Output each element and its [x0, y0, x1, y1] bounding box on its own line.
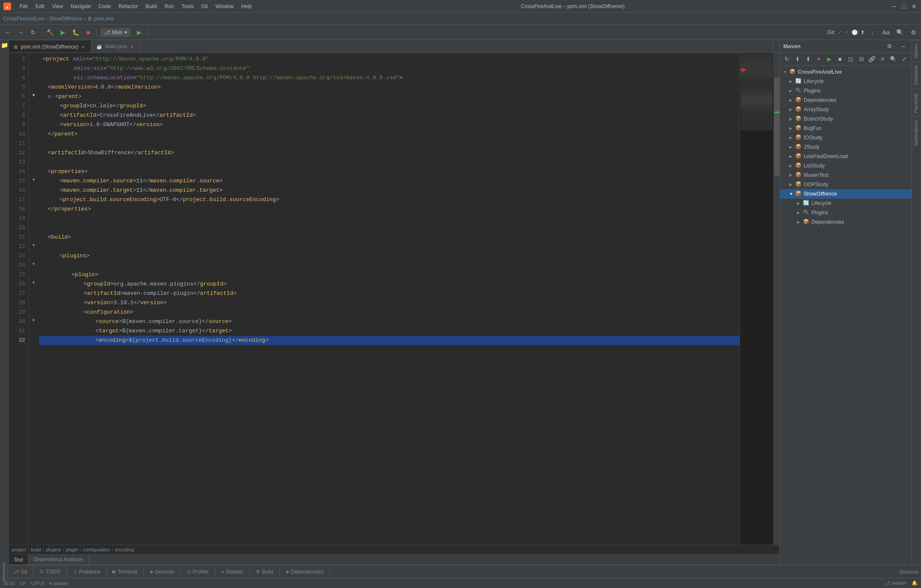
code-content[interactable]: <project xmlns="http://maven.apache.org/…: [39, 53, 739, 545]
tree-item-liststudy[interactable]: ▶ 📦 ListStudy: [780, 161, 912, 170]
editor-scrollbar[interactable]: [773, 53, 779, 545]
gutter-fold-6[interactable]: ▼: [31, 90, 37, 100]
tree-item-lifecycle-show[interactable]: ▶ 🔄 Lifecycle: [780, 199, 912, 208]
toolbar-search-btn[interactable]: 🔍: [894, 26, 906, 38]
bottom-tab-services[interactable]: ◈ Services: [144, 565, 181, 578]
right-tab-plantuml[interactable]: PlantUML: [912, 89, 921, 116]
toolbar-refresh-btn[interactable]: ↻: [27, 26, 39, 38]
maven-import-btn[interactable]: ⬇: [792, 54, 802, 64]
scrollbar-thumb[interactable]: [774, 78, 779, 176]
maven-run-btn[interactable]: ▶: [824, 54, 834, 64]
toolbar-update-btn[interactable]: ↓: [866, 26, 878, 38]
bottom-tab-profiler[interactable]: ◷ Profiler: [181, 565, 215, 578]
toolbar-run-btn[interactable]: ▶: [57, 26, 69, 38]
tree-item-deps-show[interactable]: ▶ 📦 Dependencies: [780, 217, 912, 227]
right-tab-notifications[interactable]: Notifications: [912, 116, 921, 149]
tree-item-arraystudy[interactable]: ▶ 📦 ArrayStudy: [780, 105, 912, 114]
maven-settings-btn[interactable]: ⚙: [884, 41, 895, 52]
menu-navigate[interactable]: Navigate: [67, 3, 94, 10]
path-configuration[interactable]: configuration: [83, 547, 110, 552]
menu-refactor[interactable]: Refactor: [115, 3, 141, 10]
status-indent[interactable]: 4 spaces: [49, 581, 68, 586]
bottom-tab-problems[interactable]: ⚠ Problems: [67, 565, 107, 578]
right-tab-maven[interactable]: Maven: [912, 40, 921, 61]
maven-stop-btn[interactable]: ■: [835, 54, 845, 64]
maven-download-btn[interactable]: ⬇: [803, 54, 813, 64]
maven-refresh-btn[interactable]: ↻: [782, 54, 792, 64]
tab-pom-close[interactable]: ✕: [81, 44, 86, 50]
toolbar-run-config-btn[interactable]: ▶: [133, 26, 145, 38]
toolbar-settings-btn[interactable]: ⚙: [907, 26, 919, 38]
status-position[interactable]: 32:61: [3, 581, 15, 586]
gutter-fold-25[interactable]: ▼: [31, 278, 37, 287]
tree-item-plugins-root[interactable]: ▶ 🔌 Plugins: [780, 86, 912, 95]
bookmarks-label[interactable]: Bookmarks: [2, 562, 6, 581]
tree-item-deps-root[interactable]: ▶ 📦 Dependencies: [780, 95, 912, 105]
maven-expand-btn[interactable]: ⤢: [899, 54, 909, 64]
menu-run[interactable]: Run: [161, 3, 177, 10]
menu-help[interactable]: Help: [238, 3, 255, 10]
menu-tools[interactable]: Tools: [178, 3, 197, 10]
breadcrumb-showdiffrence[interactable]: ShowDiffrence: [49, 16, 82, 22]
tab-more-btn[interactable]: ⋮: [766, 40, 779, 52]
bottom-tab-build[interactable]: ⚙ Build: [250, 565, 280, 578]
path-plugin[interactable]: plugin: [66, 547, 78, 552]
maximize-button[interactable]: □: [901, 3, 907, 10]
menu-code[interactable]: Code: [95, 3, 114, 10]
tree-item-plugins-show[interactable]: ▶ 🔌 Plugins: [780, 208, 912, 217]
structure-tab[interactable]: Structure: [899, 569, 918, 574]
tree-item-lifecycle-root[interactable]: ▶ 🔄 Lifecycle: [780, 77, 912, 86]
bottom-tab-todo[interactable]: ☑ TODO: [34, 565, 67, 578]
tree-item-bugfun[interactable]: ▶ 📦 BugFun: [780, 124, 912, 133]
maven-collapse-all-btn[interactable]: ⊟: [856, 54, 866, 64]
maven-link-btn[interactable]: 🔗: [867, 54, 877, 64]
toolbar-debug-btn[interactable]: 🐛: [70, 26, 81, 38]
status-notifications[interactable]: 🔔: [912, 580, 918, 586]
path-build[interactable]: build: [31, 547, 41, 552]
breadcrumb-file[interactable]: 🗎 pom.xml: [87, 16, 113, 22]
right-tab-database[interactable]: Database: [912, 61, 921, 89]
toolbar-translate-btn[interactable]: Aa: [880, 26, 892, 38]
menu-file[interactable]: File: [16, 3, 31, 10]
tree-item-crossfireandlive[interactable]: ▼ 📦 CrossFireAndLive: [780, 67, 912, 77]
branch-selector[interactable]: ⎇ Main ▾: [101, 28, 130, 37]
tree-item-oopstudy[interactable]: ▶ 📦 OOPStudy: [780, 180, 912, 189]
maven-collapse-btn[interactable]: ─: [898, 41, 908, 52]
tree-item-jstudy[interactable]: ▶ 📦 JStudy: [780, 142, 912, 152]
tree-item-iostudy[interactable]: ▶ 📦 IOStudy: [780, 133, 912, 142]
toolbar-back-btn[interactable]: ←: [2, 26, 14, 38]
gutter-fold-23[interactable]: ▼: [31, 259, 37, 268]
toolbar-stop-btn[interactable]: ■: [82, 26, 94, 38]
menu-window[interactable]: Window: [212, 3, 237, 10]
gutter-fold-14[interactable]: ▼: [31, 175, 37, 184]
tab-main-java[interactable]: ☕ Main.java ✕: [91, 40, 140, 52]
gutter-fold-21[interactable]: ▼: [31, 240, 37, 250]
bottom-tab-terminal[interactable]: ▶ Terminal: [107, 565, 143, 578]
minimize-button[interactable]: ─: [890, 3, 897, 10]
tab-dependency-analyzer[interactable]: Dependency Analyzer: [29, 554, 89, 565]
maven-add-btn[interactable]: +: [814, 54, 824, 64]
breadcrumb-crossfire[interactable]: CrossFireAndLive: [3, 16, 44, 22]
path-plugins[interactable]: plugins: [46, 547, 61, 552]
status-line-ending[interactable]: LF: [20, 581, 26, 586]
path-project[interactable]: project: [12, 547, 26, 552]
tree-item-showdiffrence[interactable]: ▼ 📦 ShowDiffrence: [780, 189, 912, 199]
toolbar-build-btn[interactable]: 🔨: [44, 26, 56, 38]
gutter-fold-29[interactable]: ▼: [31, 315, 37, 325]
tab-main-close[interactable]: ✕: [130, 44, 135, 49]
status-branch[interactable]: ⎇ master: [885, 580, 907, 586]
tree-item-maventest[interactable]: ▶ 📦 MavenTest: [780, 170, 912, 180]
toolbar-forward-btn[interactable]: →: [14, 26, 26, 38]
menu-edit[interactable]: Edit: [32, 3, 48, 10]
menu-build[interactable]: Build: [142, 3, 160, 10]
menu-view[interactable]: View: [49, 3, 67, 10]
maven-toggle-btn[interactable]: ≡: [878, 54, 888, 64]
status-encoding[interactable]: UTF-8: [31, 581, 44, 586]
project-icon[interactable]: 📁: [1, 42, 8, 49]
close-button[interactable]: ✕: [911, 3, 918, 10]
tab-pom-xml[interactable]: 🗎 pom.xml (ShowDiffrence) ✕: [9, 40, 91, 52]
bottom-tab-git[interactable]: ⎇ Git: [8, 565, 34, 578]
menu-git[interactable]: Git: [198, 3, 211, 10]
maven-search-btn[interactable]: 🔍: [888, 54, 898, 64]
maven-diagram-btn[interactable]: ◫: [846, 54, 856, 64]
